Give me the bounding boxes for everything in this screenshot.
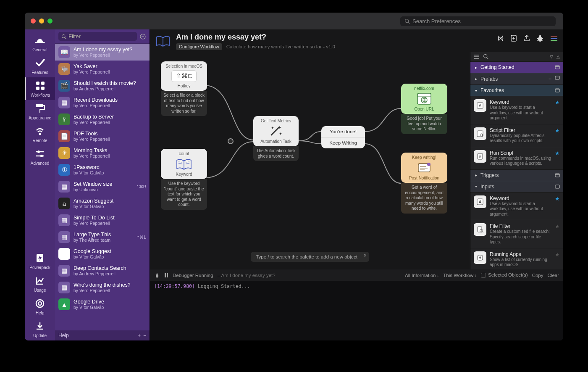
star-icon[interactable]: ★ xyxy=(555,223,560,245)
workflow-item-icon: ▦ xyxy=(58,282,70,293)
node-keyword[interactable]: count Keyword Use the keyword "count" an… xyxy=(161,149,207,210)
palette-collapse-icon[interactable]: ▽ xyxy=(550,54,553,59)
node-hotkey[interactable]: Selection in macOS ⇧⌘C Hotkey Select a f… xyxy=(161,61,207,116)
palette-search-icon[interactable] xyxy=(483,54,488,59)
debug-info-scope[interactable]: All Information xyxy=(405,273,439,278)
palette-item[interactable]: Run ScriptRun commands in macOS, using v… xyxy=(470,147,563,169)
sidebar-item-features[interactable]: Features xyxy=(25,55,55,77)
sidebar-item-remote[interactable]: Remote xyxy=(25,123,55,145)
palette-item-icon xyxy=(474,127,486,140)
workflow-list-item[interactable]: ⇪Backup to Serverby Vero Pepperrell xyxy=(55,111,150,128)
workflow-list-item[interactable]: 📄PDF Toolsby Vero Pepperrell xyxy=(55,128,150,145)
palette-item[interactable]: AKeywordUse a keyword to start a workflo… xyxy=(470,192,563,220)
palette-expand-icon[interactable]: △ xyxy=(556,54,560,59)
node-post-notification[interactable]: Keep writing! Post Notification Get a wo… xyxy=(401,153,447,214)
star-icon[interactable]: ★ xyxy=(555,99,560,121)
debug-selected-only[interactable]: Selected Object(s) xyxy=(481,272,528,278)
palette-item[interactable]: Running AppsShow a list of currently run… xyxy=(470,248,563,271)
log-message: Logging Started... xyxy=(198,283,250,289)
svg-rect-2 xyxy=(36,82,39,85)
palette-group-favourites[interactable]: ▾Favourites xyxy=(470,84,563,96)
palette-list-icon[interactable] xyxy=(474,54,480,59)
palette-group-prefabs[interactable]: ▸Prefabs＋ xyxy=(470,73,563,84)
workflow-list-item[interactable]: ▦Recent Downloadsby Vero Pepperrell xyxy=(55,94,150,111)
workflow-list-item[interactable]: ▦Simple To-Do Listby Vero Pepperrell xyxy=(55,212,150,229)
sidebar-item-general[interactable]: General xyxy=(25,32,55,55)
debug-icon[interactable] xyxy=(536,34,544,42)
debug-clear-button[interactable]: Clear xyxy=(548,273,559,278)
workflow-canvas[interactable]: Selection in macOS ⇧⌘C Hotkey Select a f… xyxy=(150,52,470,269)
palette-item[interactable]: File FilterCreate a customised file sear… xyxy=(470,220,563,248)
palette-item-title: Keyword xyxy=(490,99,551,105)
palette-group-window-icon[interactable] xyxy=(555,76,560,82)
workflow-list-item[interactable]: ▲Google Driveby Vítor Galvão xyxy=(55,296,150,313)
variables-icon[interactable] xyxy=(497,34,504,42)
svg-rect-78 xyxy=(165,273,166,277)
sidebar-item-update[interactable]: Update xyxy=(25,318,55,340)
disclosure-icon: ▾ xyxy=(474,88,478,93)
sidebar-item-powerpack[interactable]: Powerpack xyxy=(25,250,55,272)
node-branches[interactable]: You're done! Keep Writing xyxy=(321,126,365,148)
star-icon[interactable]: ★ xyxy=(555,150,560,166)
branch-keep[interactable]: Keep Writing xyxy=(321,137,365,148)
palette-group-getting-started[interactable]: ▸Getting Started xyxy=(470,61,563,73)
workflow-list-item[interactable]: ▦Deep Contacts Searchby Andrew Pepperrel… xyxy=(55,262,150,279)
workflow-list-item[interactable]: GGoogle Suggestby Vítor Galvão xyxy=(55,245,150,262)
sidebar-item-help[interactable]: Help xyxy=(25,295,55,318)
debug-workflow-scope[interactable]: This Workflow xyxy=(443,273,477,278)
node-keyword-bottom: Keyword xyxy=(176,172,192,177)
star-icon[interactable]: ★ xyxy=(555,127,560,144)
filter-clear-button[interactable] xyxy=(139,33,146,40)
sidebar-item-advanced[interactable]: Advanced xyxy=(25,145,55,168)
palette-item[interactable]: Script FilterDynamically populate Alfred… xyxy=(470,124,563,147)
svg-line-35 xyxy=(178,164,182,164)
add-object-icon[interactable] xyxy=(510,34,517,42)
debug-copy-button[interactable]: Copy xyxy=(532,273,543,278)
palette-group-window-icon[interactable] xyxy=(555,185,560,189)
debug-pause-icon[interactable] xyxy=(164,273,168,278)
workflow-list: 📖Am I done my essay yet?by Vero Pepperre… xyxy=(55,44,150,330)
workflow-list-item[interactable]: 🎬Should I watch this movie?by Andrew Pep… xyxy=(55,77,150,94)
star-icon[interactable]: ★ xyxy=(555,251,560,268)
palette-group-window-icon[interactable] xyxy=(555,65,560,69)
close-icon[interactable]: × xyxy=(364,253,367,259)
sidebar-item-workflows[interactable]: Workflows xyxy=(25,77,55,100)
palette-group-add[interactable]: ＋ xyxy=(548,76,552,82)
node-open-url[interactable]: netflix.com Open URL Good job! Put your … xyxy=(401,84,447,134)
workflow-filter-input[interactable]: Filter xyxy=(58,32,137,41)
window-zoom-button[interactable] xyxy=(47,18,52,24)
add-workflow-button[interactable]: + xyxy=(138,332,141,338)
palette-group-window-icon[interactable] xyxy=(555,173,560,177)
palette-group-inputs[interactable]: ▾Inputs xyxy=(470,181,563,192)
workflow-list-item[interactable]: ▦Who's doing the dishes?by Vero Pepperre… xyxy=(55,279,150,296)
palette-group-triggers[interactable]: ▸Triggers xyxy=(470,169,563,181)
debugger-log[interactable]: [14:29:57.980] Logging Started... xyxy=(150,281,563,340)
workflow-list-item[interactable]: 📖Am I done my essay yet?by Vero Pepperre… xyxy=(55,44,150,61)
workflow-list-item[interactable]: ①1Passwordby Vítor Galvão xyxy=(55,161,150,178)
window-close-button[interactable] xyxy=(31,18,36,24)
sidebar-item-appearance[interactable]: Appearance xyxy=(25,100,55,123)
node-automation-task[interactable]: Get Text Metrics Automation Task The Aut… xyxy=(253,116,299,161)
workflow-list-item[interactable]: ☀Morning Tasksby Vero Pepperrell xyxy=(55,145,150,161)
workflow-list-item[interactable]: 🐃Yak Saverby Vero Pepperrell xyxy=(55,61,150,77)
sidebar-item-usage[interactable]: Usage xyxy=(25,272,55,295)
workflow-item-title: Google Drive xyxy=(74,299,146,305)
help-button[interactable]: Help xyxy=(58,332,69,338)
sidebar-item-label: Features xyxy=(32,70,48,75)
export-icon[interactable] xyxy=(523,34,530,42)
window-minimize-button[interactable] xyxy=(39,18,44,24)
configure-workflow-button[interactable]: Configure Workflow xyxy=(176,43,222,50)
branch-done[interactable]: You're done! xyxy=(321,126,365,137)
workflow-list-item[interactable]: ▦Set Window sizeby Unknown⌃⌘R xyxy=(55,178,150,195)
preferences-search[interactable]: Search Preferences xyxy=(400,16,556,26)
remove-workflow-button[interactable]: − xyxy=(143,332,146,338)
workflow-item-icon: ▦ xyxy=(58,97,70,108)
debug-bug-icon[interactable] xyxy=(154,272,160,278)
workflow-list-item[interactable]: aAmazon Suggestby Vítor Galvão xyxy=(55,195,150,212)
menu-lines-icon[interactable] xyxy=(550,35,558,42)
workflow-item-title: Yak Saver xyxy=(74,63,146,69)
star-icon[interactable]: ★ xyxy=(555,195,560,217)
palette-item[interactable]: AKeywordUse a keyword to start a workflo… xyxy=(470,96,563,124)
palette-group-window-icon[interactable] xyxy=(555,88,560,92)
workflow-list-item[interactable]: ▦Large Type Thisby The Alfred team⌃⌘L xyxy=(55,229,150,245)
